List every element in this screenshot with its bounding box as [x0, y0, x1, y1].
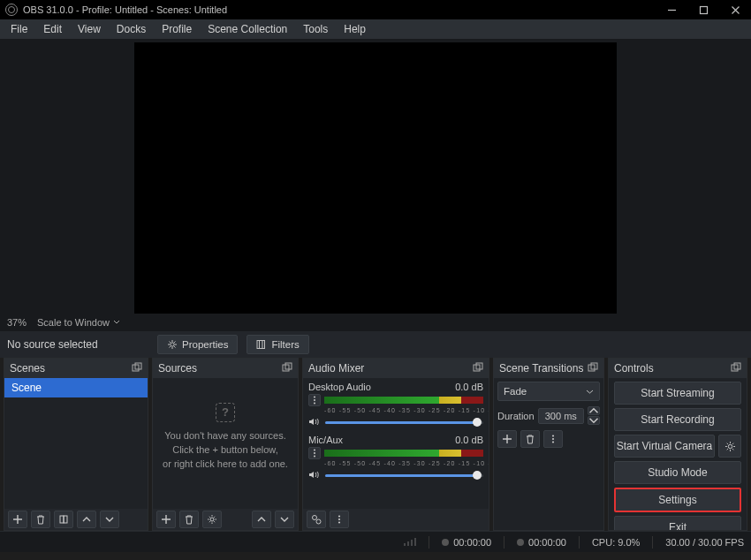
scene-remove-button[interactable]	[31, 511, 50, 528]
mixer-channel: Mic/Aux 0.0 dB -60 -55 -50 -45 -40 -35 -…	[303, 431, 489, 484]
controls-popout-button[interactable]	[731, 362, 741, 375]
zoom-mode-label: Scale to Window	[37, 317, 110, 328]
transitions-title: Scene Transitions	[499, 362, 583, 375]
transition-remove-button[interactable]	[520, 430, 540, 448]
svg-point-22	[338, 518, 340, 520]
channel-name: Mic/Aux	[308, 435, 343, 445]
speaker-icon[interactable]	[308, 416, 320, 429]
transitions-popout-button[interactable]	[588, 362, 598, 375]
meter-ticks: -60 -55 -50 -45 -40 -35 -30 -25 -20 -15 …	[324, 460, 483, 466]
mixer-channel: Desktop Audio 0.0 dB -60 -55 -50 -45 -40…	[303, 378, 489, 431]
controls-dock: Controls Start Streaming Start Recording…	[608, 358, 747, 531]
scene-down-button[interactable]	[100, 511, 119, 528]
settings-button[interactable]: Settings	[614, 488, 741, 512]
scene-item[interactable]: Scene	[4, 378, 148, 397]
source-add-button[interactable]	[156, 511, 176, 528]
menu-file[interactable]: File	[4, 21, 34, 37]
mixer-menu-button[interactable]	[330, 511, 349, 528]
minimize-button[interactable]	[656, 0, 687, 19]
svg-rect-32	[404, 543, 406, 546]
svg-point-10	[210, 518, 214, 521]
titlebar: OBS 31.0.0 - Profile: Untitled - Scenes:…	[0, 0, 751, 19]
svg-point-21	[338, 515, 340, 517]
obs-logo-icon	[5, 4, 18, 16]
transition-properties-button[interactable]	[543, 430, 563, 448]
start-virtual-camera-button[interactable]: Start Virtual Camera	[614, 435, 715, 458]
source-properties-button[interactable]	[202, 511, 222, 528]
scenes-popout-button[interactable]	[132, 362, 142, 375]
exit-button[interactable]: Exit	[614, 516, 741, 530]
svg-point-14	[314, 399, 315, 401]
controls-title: Controls	[614, 362, 654, 375]
duration-input[interactable]: 300 ms	[538, 408, 584, 424]
volume-slider[interactable]	[325, 421, 483, 424]
mixer-title: Audio Mixer	[308, 362, 364, 375]
transition-select[interactable]: Fade	[497, 382, 600, 401]
menu-docks[interactable]: Docks	[110, 21, 153, 37]
scene-up-button[interactable]	[77, 511, 96, 528]
duration-step-up[interactable]	[588, 406, 600, 415]
speaker-icon[interactable]	[308, 469, 320, 482]
status-bar: 00:00:00 00:00:00 CPU: 9.0% 30.00 / 30.0…	[0, 531, 751, 552]
status-cpu: CPU: 9.0%	[592, 537, 640, 548]
channel-menu-button[interactable]	[308, 394, 321, 406]
scenes-title: Scenes	[10, 362, 45, 375]
status-live: 00:00:00	[442, 537, 491, 548]
menu-profile[interactable]: Profile	[155, 21, 199, 37]
svg-point-20	[316, 519, 321, 524]
filters-button[interactable]: Filters	[247, 335, 308, 354]
menu-view[interactable]: View	[71, 21, 108, 37]
status-fps: 30.00 / 30.00 FPS	[665, 537, 744, 548]
mixer-popout-button[interactable]	[473, 362, 483, 375]
zoom-mode-dropdown[interactable]: Scale to Window	[32, 317, 125, 328]
svg-point-27	[552, 438, 554, 440]
sources-empty-l2: Click the + button below,	[163, 443, 288, 458]
menubar: File Edit View Docks Profile Scene Colle…	[0, 19, 751, 39]
transition-add-button[interactable]	[497, 430, 517, 448]
meter-ticks: -60 -55 -50 -45 -40 -35 -30 -25 -20 -15 …	[324, 407, 483, 413]
svg-rect-33	[407, 541, 409, 546]
svg-point-26	[552, 435, 554, 436]
no-source-label: No source selected	[7, 338, 148, 351]
chevron-down-icon	[113, 319, 120, 326]
sources-popout-button[interactable]	[282, 362, 292, 375]
sources-dock: Sources ? You don't have any sources. Cl…	[152, 358, 299, 531]
channel-db: 0.0 dB	[455, 382, 483, 392]
channel-menu-button[interactable]	[308, 447, 321, 459]
properties-button[interactable]: Properties	[157, 335, 238, 354]
menu-edit[interactable]: Edit	[36, 21, 69, 37]
menu-help[interactable]: Help	[337, 21, 373, 37]
audio-mixer-dock: Audio Mixer Desktop Audio 0.0 dB -60 -55…	[302, 358, 489, 531]
rec-dot-icon	[517, 539, 524, 546]
mixer-advanced-button[interactable]	[307, 511, 326, 528]
svg-point-15	[314, 403, 315, 405]
studio-mode-button[interactable]: Studio Mode	[614, 461, 741, 484]
volume-slider[interactable]	[325, 474, 483, 477]
virtual-camera-settings-button[interactable]	[718, 435, 741, 458]
source-down-button[interactable]	[275, 511, 294, 528]
duration-step-down[interactable]	[588, 416, 600, 425]
chevron-down-icon	[586, 388, 594, 396]
scene-filter-button[interactable]	[54, 511, 73, 528]
start-recording-button[interactable]: Start Recording	[614, 408, 741, 431]
source-remove-button[interactable]	[179, 511, 199, 528]
source-up-button[interactable]	[252, 511, 271, 528]
zoom-percent: 37%	[7, 317, 27, 328]
question-box-icon: ?	[216, 403, 235, 422]
svg-point-28	[552, 441, 554, 443]
close-button[interactable]	[719, 0, 751, 19]
svg-rect-34	[411, 540, 413, 546]
preview-canvas[interactable]	[134, 42, 617, 314]
menu-scene-collection[interactable]: Scene Collection	[201, 21, 294, 37]
menu-tools[interactable]: Tools	[296, 21, 335, 37]
sources-list[interactable]: ? You don't have any sources. Click the …	[153, 378, 298, 509]
start-streaming-button[interactable]: Start Streaming	[614, 382, 741, 405]
network-bars-icon	[404, 537, 416, 548]
sources-empty-l1: You don't have any sources.	[163, 429, 288, 443]
scene-add-button[interactable]	[8, 511, 27, 528]
sources-title: Sources	[158, 362, 197, 375]
svg-point-17	[314, 452, 315, 454]
gear-icon	[167, 339, 178, 350]
maximize-button[interactable]	[687, 0, 719, 19]
svg-rect-7	[64, 516, 67, 523]
